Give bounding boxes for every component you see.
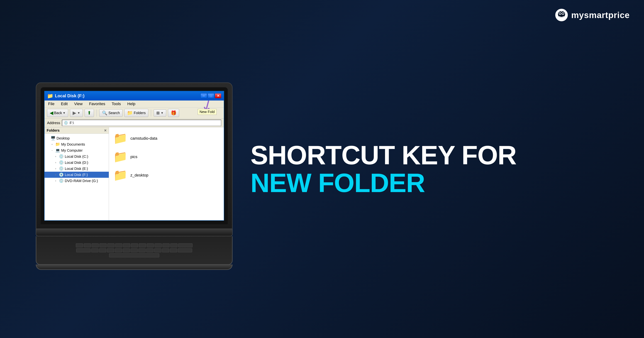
key [115, 248, 122, 252]
key [147, 244, 154, 247]
forward-button[interactable]: ▶ ▼ [70, 109, 83, 117]
menu-bar: File Edit View Favorites Tools Help [44, 100, 224, 108]
search-label: Search [108, 111, 120, 115]
up-arrow-icon: ⬆ [87, 110, 91, 116]
menu-edit[interactable]: Edit [60, 101, 69, 106]
new-folder-tooltip: New Fold [198, 109, 217, 115]
headline-line1: SHORTCUT KEY FOR [250, 141, 608, 169]
laptop-bottom-strip [36, 264, 232, 270]
close-button[interactable]: ✕ [215, 93, 221, 98]
tree-item-disk-c[interactable]: + 💿 Local Disk (C:) [44, 154, 109, 160]
laptop-base [36, 229, 232, 236]
expand-icon: + [55, 179, 58, 182]
back-arrow-icon: ◀ [50, 110, 53, 116]
file-item-pics[interactable]: 📁 pics [112, 149, 220, 164]
file-item-label: pics [130, 154, 138, 159]
folders-icon: 📁 [127, 110, 133, 116]
disk-d-icon: 💿 [59, 160, 64, 165]
key [107, 248, 114, 252]
tree-item-mydocs[interactable]: + 📁 My Documents [44, 141, 109, 147]
laptop-screen: 📁 Local Disk (F:) ─ □ ✕ File [44, 91, 224, 221]
gift-button[interactable]: 🎁 [168, 109, 179, 117]
tree-item-disk-f[interactable]: + 💿 Local Disk (F:) [44, 172, 109, 178]
folders-panel-header: Folders ✕ [44, 127, 109, 134]
tree-item-label: Local Disk (C:) [65, 154, 88, 159]
titlebar-folder-icon: 📁 [47, 93, 53, 99]
address-value: F:\ [70, 121, 74, 125]
laptop-wrapper: 📁 Local Disk (F:) ─ □ ✕ File [36, 82, 232, 270]
file-item-label: camstudio-data [130, 136, 157, 141]
address-label: Address [47, 121, 60, 125]
tree-item-mycomputer[interactable]: − 💻 My Computer [44, 147, 109, 154]
views-dropdown-icon: ▼ [161, 112, 164, 115]
tree-item-dvd[interactable]: + 💿 DVD-RAM Drive (G:) [44, 178, 109, 184]
tree-item-desktop[interactable]: 🖥️ Desktop [44, 135, 109, 141]
expand-icon: + [55, 155, 58, 158]
expand-icon: + [51, 143, 54, 146]
disk-f-icon: 💿 [59, 172, 64, 177]
key [139, 244, 146, 247]
key [170, 244, 178, 247]
tree-item-label: My Computer [61, 148, 83, 152]
key [178, 244, 192, 247]
desktop-icon: 🖥️ [51, 136, 56, 140]
key [154, 248, 161, 252]
folders-panel-title: Folders [47, 128, 60, 132]
folders-tree: 🖥️ Desktop + 📁 My Documents [44, 134, 109, 220]
key [154, 244, 162, 247]
keyboard-row-2 [46, 248, 222, 252]
gift-icon: 🎁 [171, 110, 176, 116]
expand-icon: + [55, 173, 58, 176]
up-button[interactable]: ⬆ [84, 109, 94, 117]
key [123, 248, 130, 252]
laptop-keyboard [36, 236, 232, 265]
tree-item-label: Local Disk (F:) [65, 173, 88, 177]
key [107, 244, 114, 247]
folders-panel-close[interactable]: ✕ [104, 128, 106, 132]
folder-icon: 📁 [113, 132, 128, 145]
headline-line2: NEW FOLDER [250, 169, 608, 197]
main-content: 📁 Local Disk (F:) ─ □ ✕ File [0, 0, 644, 338]
tree-item-label: DVD-RAM Drive (G:) [65, 179, 98, 183]
explorer-content: Folders ✕ 🖥️ Desktop [44, 127, 224, 220]
tree-item-disk-d[interactable]: + 💿 Local Disk (D:) [44, 160, 109, 166]
key [76, 244, 83, 247]
back-button[interactable]: ◀ Back ▼ [47, 109, 68, 117]
spacebar-key [109, 254, 159, 257]
key [131, 244, 138, 247]
folder-icon: 📁 [113, 168, 128, 182]
key [138, 248, 146, 252]
tree-item-label: Local Disk (D:) [65, 160, 88, 165]
key [100, 244, 106, 247]
expand-icon: + [55, 161, 58, 164]
folder-icon: 📁 [113, 150, 128, 164]
forward-arrow-icon: ▶ [73, 110, 76, 116]
views-button[interactable]: ⊞ ▼ [154, 110, 166, 116]
folders-button[interactable]: 📁 Folders [124, 109, 148, 117]
key [130, 248, 138, 252]
disk-c-icon: 💿 [59, 154, 64, 159]
file-item-camstudio[interactable]: 📁 camstudio-data [112, 131, 220, 146]
address-drive-icon: 💿 [64, 121, 68, 125]
forward-dropdown-icon: ▼ [77, 112, 80, 115]
file-item-zdesktop[interactable]: 📁 z_desktop [112, 168, 220, 182]
tree-item-label: Desktop [56, 136, 70, 140]
laptop-section: 📁 Local Disk (F:) ─ □ ✕ File [36, 82, 232, 270]
toolbar-separator-2 [151, 110, 151, 116]
disk-e-icon: 💿 [59, 166, 64, 171]
search-button[interactable]: 🔍 Search [99, 109, 122, 117]
menu-help[interactable]: Help [126, 101, 136, 106]
menu-tools[interactable]: Tools [110, 101, 122, 106]
menu-file[interactable]: File [47, 101, 56, 106]
laptop-screen-body: 📁 Local Disk (F:) ─ □ ✕ File [36, 82, 232, 229]
tree-item-disk-e[interactable]: + 💿 Local Disk (E:) [44, 166, 109, 172]
menu-favorites[interactable]: Favorites [88, 101, 106, 106]
explorer-titlebar: 📁 Local Disk (F:) ─ □ ✕ [44, 91, 224, 100]
menu-view[interactable]: View [73, 101, 84, 106]
key [92, 244, 99, 247]
folders-label: Folders [134, 111, 146, 115]
address-input[interactable]: 💿 F:\ [62, 120, 221, 126]
address-bar: Address 💿 F:\ [44, 118, 224, 127]
key [178, 248, 192, 252]
back-dropdown-icon: ▼ [62, 112, 66, 115]
